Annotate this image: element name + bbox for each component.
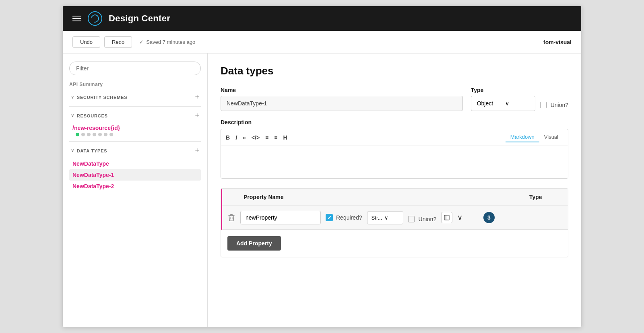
chevron-down-icon: ∨ [384, 215, 388, 221]
dot-gray [98, 133, 102, 136]
content-area: Data types Name Type Object ∨ [208, 53, 581, 327]
type-label: Type [471, 87, 568, 93]
redo-button[interactable]: Redo [104, 36, 132, 48]
sidebar-item-newdatatype-2[interactable]: NewDataType-2 [69, 181, 201, 192]
resource-name: /new-resource{id} [72, 125, 198, 131]
type-group: Type Object ∨ Union? [471, 87, 568, 111]
name-type-row: Name Type Object ∨ Union? [221, 87, 568, 111]
name-group: Name [221, 87, 463, 111]
data-type-2-wrapper: NewDataType-1 [69, 169, 201, 181]
divider [69, 141, 201, 142]
hamburger-icon[interactable] [72, 16, 81, 21]
property-type-value: Str... [372, 215, 382, 221]
italic-button[interactable]: I [235, 134, 237, 141]
top-bar: Design Center [63, 6, 581, 31]
editor-mode-tabs: Markdown Visual [506, 132, 563, 142]
delete-property-icon[interactable] [227, 214, 235, 222]
dot-green [76, 133, 79, 136]
property-input-wrapper: ✓ Required? Str... ∨ Union? [221, 206, 568, 230]
description-label: Description [221, 119, 568, 125]
app-logo-inner [89, 13, 100, 24]
security-schemes-title: ∨ SECURITY SCHEMES [71, 95, 128, 100]
saved-status: ✓ Saved 7 minutes ago [139, 39, 195, 45]
app-title: Design Center [109, 13, 170, 24]
type-label-prop: Type [529, 194, 542, 200]
sidebar-item-newdatatype-1[interactable]: NewDataType-1 [69, 169, 201, 181]
user-name: tom-visual [543, 39, 572, 45]
security-schemes-header[interactable]: ∨ SECURITY SCHEMES + [69, 90, 201, 105]
main-layout: API Summary ∨ SECURITY SCHEMES + ∨ RESOU… [63, 53, 581, 327]
type-select[interactable]: Object ∨ [471, 96, 535, 111]
data-types-title: ∨ DATA TYPES [71, 148, 107, 153]
add-resource-icon[interactable]: + [195, 111, 199, 120]
heading-button[interactable]: H [283, 134, 287, 141]
property-union-checkbox[interactable] [408, 216, 415, 222]
data-type-1-wrapper: 1 NewDataType [69, 158, 201, 169]
dot-gray [109, 133, 113, 136]
undo-button[interactable]: Undo [72, 36, 100, 48]
blockquote-button[interactable]: » [243, 134, 246, 141]
toolbar: Undo Redo ✓ Saved 7 minutes ago tom-visu… [63, 31, 581, 53]
dot-gray [104, 133, 107, 136]
property-name-label: Property Name [244, 194, 284, 200]
dot-gray [93, 133, 96, 136]
required-label: Required? [336, 214, 362, 221]
add-property-button[interactable]: Add Property [227, 236, 281, 251]
editor-toolbar: B I » </> ≡ ≡ H Markdown Visual [221, 129, 568, 146]
checkmark-icon: ✓ [139, 39, 144, 45]
union-group: Union? [540, 102, 568, 108]
svg-rect-0 [444, 215, 449, 220]
page-title: Data types [221, 65, 568, 77]
editor-container: B I » </> ≡ ≡ H Markdown Visual [221, 129, 568, 179]
resources-header[interactable]: ∨ RESOURCES + [69, 108, 201, 123]
api-summary-label: API Summary [69, 82, 201, 87]
union-label: Union? [551, 102, 568, 108]
bold-button[interactable]: B [226, 134, 230, 141]
app-window: Design Center Undo Redo ✓ Saved 7 minute… [62, 6, 582, 327]
editor-body[interactable] [221, 146, 568, 178]
property-type-select[interactable]: Str... ∨ [367, 211, 403, 224]
union-checkbox[interactable] [540, 102, 547, 108]
property-union-label: Union? [419, 216, 436, 222]
sidebar: API Summary ∨ SECURITY SCHEMES + ∨ RESOU… [63, 53, 208, 327]
chevron-icon: ∨ [71, 95, 74, 100]
description-section: Description B I » </> ≡ ≡ H Markdown Vis… [221, 119, 568, 179]
resource-dots [72, 131, 198, 138]
callout-3: 3 [483, 212, 495, 223]
property-row-wrapper: Property Name Type [221, 189, 568, 206]
name-label: Name [221, 87, 463, 93]
filter-input-wrap [69, 62, 201, 75]
divider [69, 106, 201, 107]
visual-tab[interactable]: Visual [539, 132, 563, 142]
property-header-row: Property Name Type [227, 193, 561, 201]
add-security-scheme-icon[interactable]: + [195, 93, 199, 101]
expand-property-icon[interactable] [441, 212, 452, 223]
data-types-header[interactable]: ∨ DATA TYPES + [69, 143, 201, 158]
properties-section: Property Name Type [221, 188, 568, 257]
property-name-input[interactable] [240, 211, 321, 224]
app-logo [88, 11, 102, 26]
resource-item[interactable]: /new-resource{id} [69, 123, 201, 140]
property-union-group: Union? [408, 216, 436, 222]
checkmark: ✓ [327, 215, 332, 220]
unordered-list-button[interactable]: ≡ [274, 134, 277, 141]
sidebar-item-newdatatype[interactable]: NewDataType [69, 158, 201, 169]
chevron-icon: ∨ [71, 148, 74, 153]
collapse-property-icon[interactable]: ∨ [457, 214, 462, 222]
ordered-list-button[interactable]: ≡ [265, 134, 268, 141]
saved-text: Saved 7 minutes ago [146, 39, 195, 45]
markdown-tab[interactable]: Markdown [506, 132, 539, 142]
property-row: Property Name Type [221, 189, 568, 206]
name-input[interactable] [221, 96, 463, 111]
chevron-down-icon: ∨ [505, 100, 509, 107]
property-input-row: ✓ Required? Str... ∨ Union? [221, 206, 568, 230]
add-data-type-icon[interactable]: + [195, 146, 199, 155]
dot-gray [81, 133, 85, 136]
code-button[interactable]: </> [252, 134, 260, 141]
filter-input[interactable] [69, 62, 201, 75]
dot-gray [87, 133, 91, 136]
required-checkbox[interactable]: ✓ [326, 214, 333, 221]
required-group: ✓ Required? [326, 214, 362, 221]
data-types-list: 1 NewDataType NewDataType-1 2 [69, 158, 201, 192]
resources-title: ∨ RESOURCES [71, 113, 108, 118]
